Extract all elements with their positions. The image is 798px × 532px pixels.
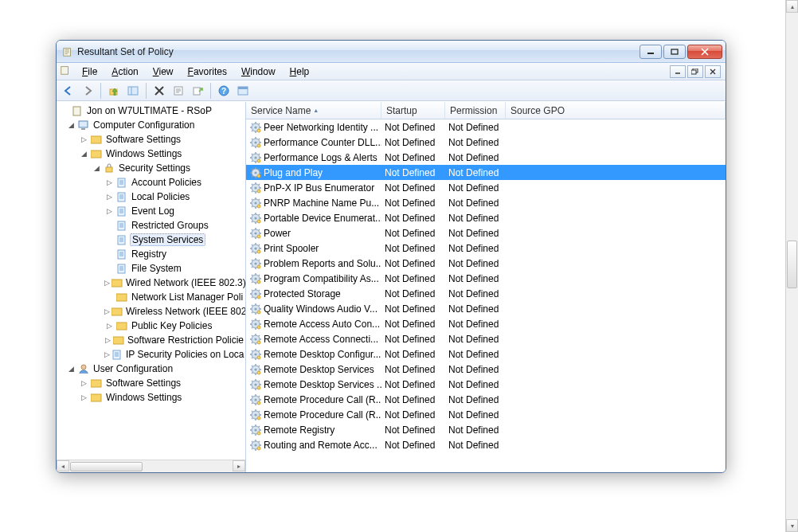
- list-row[interactable]: Remote Access Connecti...Not DefinedNot …: [246, 331, 726, 346]
- column-startup[interactable]: Startup: [381, 102, 445, 119]
- tree-horizontal-scrollbar[interactable]: ◂ ▸: [57, 460, 245, 472]
- expand-icon[interactable]: ▷: [104, 307, 110, 315]
- menu-file[interactable]: File: [76, 65, 104, 79]
- close-button[interactable]: [687, 45, 722, 59]
- expand-icon[interactable]: ▷: [79, 379, 88, 387]
- tree-item[interactable]: ▷Software Restriction Policie: [58, 333, 245, 347]
- maximize-button[interactable]: [663, 45, 686, 59]
- collapse-icon[interactable]: ◢: [66, 121, 76, 129]
- list-row[interactable]: Problem Reports and Solu...Not DefinedNo…: [246, 256, 726, 271]
- list-row[interactable]: Remote Desktop Services ...Not DefinedNo…: [246, 377, 726, 392]
- list-row[interactable]: PnP-X IP Bus EnumeratorNot DefinedNot De…: [246, 180, 726, 195]
- scroll-up-button[interactable]: ▴: [786, 0, 798, 13]
- tree-item[interactable]: ▷Local Policies: [58, 190, 245, 204]
- cell-service-name: Portable Device Enumerat...: [246, 212, 381, 225]
- menu-view[interactable]: View: [147, 65, 180, 79]
- mdi-close-button[interactable]: [705, 65, 721, 78]
- tree[interactable]: Jon on W7ULTIMATE - RSoP ◢ Computer Conf…: [57, 102, 245, 460]
- column-source-gpo[interactable]: Source GPO: [506, 102, 726, 119]
- svg-line-214: [252, 320, 252, 321]
- tree-item[interactable]: Registry: [58, 247, 245, 261]
- tree-comp-software[interactable]: ▷ Software Settings: [58, 132, 245, 147]
- expand-icon[interactable]: ▷: [104, 193, 114, 201]
- properties-button[interactable]: [170, 82, 187, 100]
- scroll-right-button[interactable]: ▸: [233, 460, 245, 471]
- list-row[interactable]: Print SpoolerNot DefinedNot Defined: [246, 241, 726, 256]
- help-button[interactable]: ?: [215, 82, 233, 100]
- minimize-button[interactable]: [640, 45, 662, 59]
- tree-user-config[interactable]: ◢ User Configuration: [58, 362, 245, 376]
- list-row[interactable]: PNRP Machine Name Pu...Not DefinedNot De…: [246, 195, 726, 210]
- menu-window[interactable]: Window: [235, 65, 282, 79]
- scroll-track[interactable]: [69, 460, 233, 472]
- scroll-thumb[interactable]: [70, 462, 143, 471]
- show-hide-tree-button[interactable]: [124, 82, 142, 100]
- list-row[interactable]: Performance Logs & AlertsNot DefinedNot …: [246, 150, 726, 165]
- tree-comp-windows[interactable]: ◢ Windows Settings: [58, 147, 245, 161]
- scroll-track[interactable]: [786, 13, 798, 513]
- expand-icon[interactable]: ▷: [104, 322, 114, 330]
- titlebar[interactable]: Resultant Set of Policy: [57, 41, 726, 63]
- mdi-minimize-button[interactable]: [670, 65, 686, 78]
- expand-icon[interactable]: ▷: [104, 207, 114, 215]
- tree-computer-config[interactable]: ◢ Computer Configuration: [58, 118, 245, 132]
- app-icon: [61, 45, 74, 58]
- list-row[interactable]: Portable Device Enumerat...Not DefinedNo…: [246, 210, 726, 225]
- tree-security-settings[interactable]: ◢ Security Settings: [58, 161, 245, 175]
- menu-action[interactable]: Action: [105, 65, 144, 79]
- column-permission[interactable]: Permission: [445, 102, 506, 119]
- list-row[interactable]: Performance Counter DLL...Not DefinedNot…: [246, 135, 726, 150]
- tree-item[interactable]: ▷Account Policies: [58, 175, 245, 190]
- tree-root[interactable]: Jon on W7ULTIMATE - RSoP: [58, 104, 245, 118]
- list-row[interactable]: Remote Access Auto Con...Not DefinedNot …: [246, 316, 726, 331]
- scroll-thumb[interactable]: [787, 241, 797, 288]
- tree-item[interactable]: File System: [58, 261, 245, 276]
- column-service-name[interactable]: Service Name▲: [246, 102, 381, 119]
- tree-item[interactable]: Network List Manager Poli: [58, 290, 245, 304]
- up-button[interactable]: [105, 82, 123, 100]
- page-vertical-scrollbar[interactable]: ▴ ▾: [785, 0, 798, 513]
- tree-label: IP Security Policies on Loca: [124, 349, 245, 360]
- tree-item[interactable]: ▷Wired Network (IEEE 802.3): [58, 276, 245, 290]
- scroll-left-button[interactable]: ◂: [57, 460, 69, 471]
- list-row[interactable]: Remote Procedure Call (R...Not DefinedNo…: [246, 392, 726, 407]
- expand-icon[interactable]: ▷: [79, 393, 88, 401]
- back-button[interactable]: [60, 82, 77, 100]
- menu-help[interactable]: Help: [284, 65, 316, 79]
- folder-icon: [90, 133, 103, 146]
- delete-button[interactable]: [151, 82, 168, 100]
- expand-icon[interactable]: ▷: [104, 178, 114, 186]
- expand-icon[interactable]: ▷: [104, 279, 110, 287]
- list-row[interactable]: Remote RegistryNot DefinedNot Defined: [246, 422, 726, 437]
- collapse-icon[interactable]: ◢: [79, 150, 88, 158]
- list-body[interactable]: Peer Networking Identity ...Not DefinedN…: [246, 119, 726, 472]
- expand-icon[interactable]: ▷: [104, 336, 111, 344]
- tree-item[interactable]: ▷Public Key Policies: [58, 319, 245, 333]
- list-row[interactable]: Quality Windows Audio V...Not DefinedNot…: [246, 301, 726, 316]
- tree-user-windows[interactable]: ▷ Windows Settings: [58, 390, 245, 405]
- tree-item[interactable]: ▷Wireless Network (IEEE 802: [58, 304, 245, 319]
- refresh-button[interactable]: [234, 82, 252, 100]
- collapse-icon[interactable]: ◢: [92, 164, 101, 172]
- list-row[interactable]: PowerNot DefinedNot Defined: [246, 225, 726, 241]
- list-row[interactable]: Plug and PlayNot DefinedNot Defined: [246, 165, 726, 180]
- tree-item[interactable]: ▷IP Security Policies on Loca: [58, 347, 245, 362]
- expand-icon[interactable]: ▷: [79, 135, 88, 143]
- collapse-icon[interactable]: ◢: [66, 365, 76, 373]
- tree-item[interactable]: ▷Event Log: [58, 204, 245, 218]
- list-row[interactable]: Remote Procedure Call (R...Not DefinedNo…: [246, 407, 726, 422]
- menu-favorites[interactable]: Favorites: [182, 65, 233, 79]
- tree-user-software[interactable]: ▷ Software Settings: [58, 376, 245, 390]
- list-row[interactable]: Remote Desktop ServicesNot DefinedNot De…: [246, 362, 726, 377]
- forward-button[interactable]: [79, 82, 96, 100]
- mdi-restore-button[interactable]: [687, 65, 703, 78]
- tree-item[interactable]: System Services: [58, 233, 245, 247]
- tree-item[interactable]: Restricted Groups: [58, 218, 245, 233]
- list-row[interactable]: Program Compatibility As...Not DefinedNo…: [246, 271, 726, 286]
- export-button[interactable]: [189, 82, 206, 100]
- list-row[interactable]: Peer Networking Identity ...Not DefinedN…: [246, 119, 726, 135]
- list-row[interactable]: Remote Desktop Configur...Not DefinedNot…: [246, 346, 726, 362]
- expand-icon[interactable]: ▷: [104, 350, 110, 358]
- list-row[interactable]: Routing and Remote Acc...Not DefinedNot …: [246, 437, 726, 452]
- list-row[interactable]: Protected StorageNot DefinedNot Defined: [246, 286, 726, 301]
